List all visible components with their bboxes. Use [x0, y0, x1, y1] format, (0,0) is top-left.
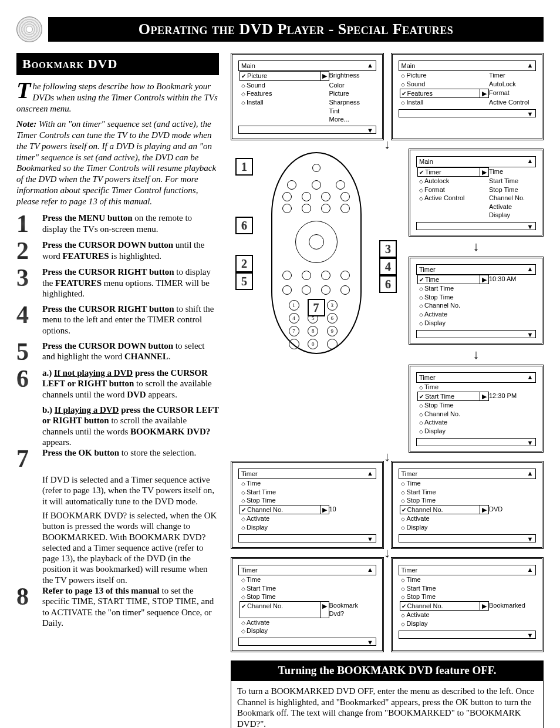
turnoff-heading: Turning the BOOKMARK DVD feature OFF. [231, 660, 544, 680]
menu-timer-chdvd: TimerTimeStart TimeStop TimeChannel No.▶… [391, 461, 544, 549]
arrow-down-icon: ↓ [409, 349, 544, 360]
callout-5: 5 [235, 272, 253, 290]
page-title: Operating the DVD Player - Special Featu… [139, 21, 454, 38]
disc-icon [16, 16, 42, 42]
step-text: Press the CURSOR RIGHT button to display… [42, 267, 219, 299]
step-number: 8 [16, 585, 36, 628]
menu-timer-ch10: TimerTimeStart TimeStop TimeChannel No.▶… [231, 461, 384, 549]
step-text: Press the CURSOR DOWN button to select a… [42, 341, 219, 363]
menu-timer-time: TimerTime▶10:30 AMStart TimeStop TimeCha… [409, 257, 544, 345]
menu-timer-starttime: TimerTimeStart Time▶12:30 PMStop TimeCha… [409, 365, 544, 453]
step-number: 4 [16, 304, 36, 336]
step-number: 2 [16, 240, 36, 262]
menu-main-picture: MainPicture▶BrightnessSoundColorFeatures… [231, 53, 384, 140]
steps-list: 1Press the MENU button on the remote to … [16, 213, 219, 628]
step-text: Press the CURSOR DOWN button until the w… [42, 240, 219, 262]
note-paragraph: Note: With an "on timer" sequence set (a… [16, 119, 219, 207]
callout-1: 1 [235, 158, 253, 176]
turnoff-body: To turn a BOOKMARKED DVD OFF, enter the … [231, 680, 544, 728]
callout-2: 2 [235, 255, 253, 272]
callout-7: 7 [308, 299, 325, 316]
figure-panel: MainPicture▶BrightnessSoundColorFeatures… [231, 53, 544, 728]
step-text: Press the CURSOR RIGHT button to shift t… [42, 304, 219, 336]
step-text: a.) If not playing a DVD press the CURSO… [42, 368, 219, 400]
menu-main-features: MainPictureTimerSoundAutoLockFeatures▶Fo… [391, 53, 544, 140]
menu-timer-bookmarked: TimerTimeStart TimeStop TimeChannel No.▶… [391, 557, 544, 652]
arrow-down-icon: ↓ [409, 241, 544, 252]
step-number: 5 [16, 341, 36, 363]
callout-6l: 6 [235, 217, 253, 234]
callout-3: 3 [379, 240, 397, 258]
step-number: 1 [16, 213, 36, 235]
callout-4: 4 [379, 258, 397, 275]
page-title-bar: Operating the DVD Player - Special Featu… [48, 17, 544, 42]
intro-paragraph: The following steps describe how to Book… [16, 81, 219, 114]
dropcap: T [16, 81, 32, 100]
menu-timer-bookmarkq: TimerTimeStart TimeStop TimeChannel No.▶… [231, 557, 384, 652]
remote-diagram: 1234567890 1 6 2 5 3 4 6 7 [231, 152, 402, 449]
section-heading: Bookmark DVD [16, 53, 219, 75]
step-number: 6 [16, 368, 36, 400]
step-text: Refer to page 13 of this manual to set t… [42, 585, 219, 628]
menu-main-timer: MainTimer▶TimeAutolockStart TimeFormatSt… [409, 149, 544, 236]
step-text: Press the OK button to store the selecti… [42, 447, 219, 470]
step-number: 7 [16, 447, 36, 470]
callout-6r: 6 [379, 275, 397, 293]
step-text: Press the MENU button on the remote to d… [42, 213, 219, 235]
step-number: 3 [16, 267, 36, 299]
